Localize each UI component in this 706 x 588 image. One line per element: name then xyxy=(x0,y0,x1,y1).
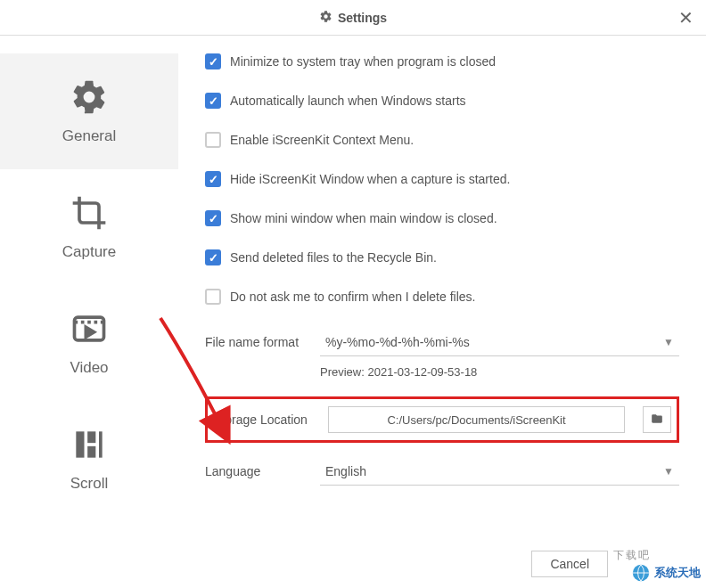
filename-format-value: %y-%mo-%d-%h-%mi-%s xyxy=(325,335,470,349)
filename-preview: Preview: 2021-03-12-09-53-18 xyxy=(320,365,679,379)
svg-rect-4 xyxy=(87,446,95,458)
option-label: Do not ask me to confirm when I delete f… xyxy=(230,290,475,304)
svg-rect-2 xyxy=(76,431,84,457)
option-label: Automatically launch when Windows starts xyxy=(230,94,466,108)
checkbox-icon[interactable] xyxy=(205,93,221,109)
window-title: Settings xyxy=(338,11,387,25)
option-label: Hide iScreenKit Window when a capture is… xyxy=(230,172,510,186)
option-label: Enable iScreenKit Context Menu. xyxy=(230,133,414,147)
checkbox-icon[interactable] xyxy=(205,53,221,69)
svg-rect-3 xyxy=(87,431,95,443)
storage-highlight: Storage Location C:/Users/pc/Documents/i… xyxy=(205,396,679,443)
globe-icon xyxy=(631,563,651,583)
video-icon xyxy=(70,309,109,352)
option-autostart[interactable]: Automatically launch when Windows starts xyxy=(205,93,679,109)
sidebar-item-label: Video xyxy=(70,359,108,377)
filename-format-input[interactable]: %y-%mo-%d-%h-%mi-%s ▼ xyxy=(320,328,679,356)
sidebar-item-video[interactable]: Video xyxy=(0,285,178,401)
storage-value: C:/Users/pc/Documents/iScreenKit xyxy=(387,413,565,427)
option-label: Send deleted files to the Recycle Bin. xyxy=(230,250,437,265)
option-label: Minimize to system tray when program is … xyxy=(230,54,496,69)
svg-rect-5 xyxy=(99,431,103,457)
close-icon[interactable]: ✕ xyxy=(678,7,694,29)
watermark-faint: 下载吧 xyxy=(613,548,651,563)
folder-icon xyxy=(650,412,664,428)
checkbox-icon[interactable] xyxy=(205,249,221,265)
option-miniwindow[interactable]: Show mini window when main window is clo… xyxy=(205,210,679,226)
sidebar-item-scroll[interactable]: Scroll xyxy=(0,401,178,517)
sidebar: General Capture Video Scroll xyxy=(0,36,178,588)
checkbox-icon[interactable] xyxy=(205,289,221,305)
language-label: Language xyxy=(205,464,308,478)
settings-content: Minimize to system tray when program is … xyxy=(178,36,706,588)
crop-icon xyxy=(70,193,109,236)
sidebar-item-label: Scroll xyxy=(70,475,109,493)
watermark: 系统天地 xyxy=(631,563,701,583)
storage-row: Storage Location C:/Users/pc/Documents/i… xyxy=(213,406,671,433)
language-row: Language English ▼ xyxy=(205,457,679,486)
cancel-button[interactable]: Cancel xyxy=(531,551,608,577)
language-select[interactable]: English ▼ xyxy=(320,457,679,486)
option-recyclebin[interactable]: Send deleted files to the Recycle Bin. xyxy=(205,249,679,265)
option-label: Show mini window when main window is clo… xyxy=(230,211,497,225)
gear-icon xyxy=(70,78,109,120)
option-minimize[interactable]: Minimize to system tray when program is … xyxy=(205,53,679,69)
browse-button[interactable] xyxy=(643,406,671,433)
language-value: English xyxy=(325,464,366,478)
option-contextmenu[interactable]: Enable iScreenKit Context Menu. xyxy=(205,132,679,148)
option-noconfirm[interactable]: Do not ask me to confirm when I delete f… xyxy=(205,289,679,305)
gear-icon xyxy=(319,10,332,26)
chevron-down-icon: ▼ xyxy=(663,336,674,348)
storage-label: Storage Location xyxy=(213,412,316,427)
titlebar: Settings ✕ xyxy=(0,0,706,36)
option-hidewindow[interactable]: Hide iScreenKit Window when a capture is… xyxy=(205,171,679,187)
storage-input[interactable]: C:/Users/pc/Documents/iScreenKit xyxy=(328,406,625,433)
sidebar-item-label: Capture xyxy=(62,243,116,261)
svg-marker-1 xyxy=(86,327,94,337)
checkbox-icon[interactable] xyxy=(205,171,221,187)
checkbox-icon[interactable] xyxy=(205,132,221,148)
scroll-icon xyxy=(70,425,109,468)
chevron-down-icon: ▼ xyxy=(663,465,674,478)
checkbox-icon[interactable] xyxy=(205,210,221,226)
sidebar-item-general[interactable]: General xyxy=(0,53,178,169)
sidebar-item-label: General xyxy=(62,127,116,145)
filename-format-label: File name format xyxy=(205,335,308,349)
sidebar-item-capture[interactable]: Capture xyxy=(0,169,178,285)
filename-format-row: File name format %y-%mo-%d-%h-%mi-%s ▼ xyxy=(205,328,679,356)
